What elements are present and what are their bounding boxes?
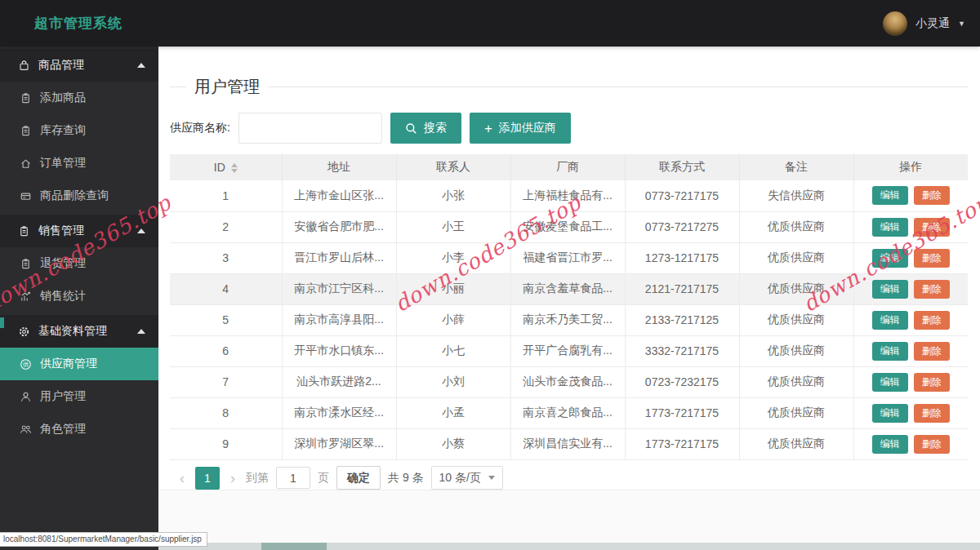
- page-size-select[interactable]: 10 条/页: [431, 466, 503, 490]
- card-icon: [20, 190, 32, 202]
- current-page-button[interactable]: 1: [195, 467, 220, 490]
- cell-vendor: 开平广合腐乳有...: [510, 335, 625, 366]
- delete-button[interactable]: 删除: [914, 342, 950, 361]
- sidebar-item-supplier-mgmt[interactable]: 供 供应商管理: [0, 348, 158, 380]
- edit-button[interactable]: 编辑: [872, 218, 908, 237]
- cell-id: 8: [170, 397, 282, 428]
- col-header-id: ID: [170, 154, 282, 180]
- sidebar-group-basic-data-mgmt[interactable]: 基础资料管理: [0, 315, 158, 348]
- table-row: 8 南京市溧水区经... 小孟 南京喜之郎食品... 1773-7217175 …: [170, 397, 968, 428]
- delete-button[interactable]: 删除: [914, 404, 950, 423]
- clipboard-icon: [18, 225, 30, 237]
- supplier-badge-icon: 供: [20, 358, 32, 370]
- search-button[interactable]: 搜索: [390, 113, 461, 144]
- edit-button[interactable]: 编辑: [872, 186, 908, 205]
- delete-button[interactable]: 删除: [914, 249, 950, 268]
- cell-contact: 小王: [396, 211, 510, 242]
- sidebar-item-returns-mgmt[interactable]: 退货管理: [0, 247, 158, 280]
- sort-icon[interactable]: [231, 163, 238, 173]
- user-menu[interactable]: 小灵通 ▼: [883, 11, 965, 36]
- edit-button[interactable]: 编辑: [872, 435, 908, 454]
- table-row: 9 深圳市罗湖区翠... 小蔡 深圳昌信实业有... 1773-7217175 …: [170, 428, 968, 459]
- cell-id: 6: [170, 335, 282, 366]
- delete-button[interactable]: 删除: [914, 373, 950, 392]
- active-indicator-sliver: [0, 317, 4, 328]
- confirm-page-button[interactable]: 确定: [336, 466, 381, 490]
- sidebar-item-user-mgmt[interactable]: 用户管理: [0, 380, 158, 413]
- cell-note: 失信供应商: [739, 180, 853, 211]
- table-row: 5 南京市高淳县阳... 小薛 南京禾乃美工贸... 2133-7217125 …: [170, 304, 968, 335]
- delete-button[interactable]: 删除: [914, 218, 950, 237]
- cell-id: 2: [170, 211, 282, 242]
- supplier-name-input[interactable]: [238, 113, 382, 144]
- chevron-down-icon: ▼: [958, 20, 965, 28]
- next-page-icon[interactable]: ›: [227, 471, 238, 486]
- edit-button[interactable]: 编辑: [872, 311, 908, 330]
- sidebar-item-role-mgmt[interactable]: 角色管理: [0, 413, 158, 446]
- clipboard-icon: [20, 258, 32, 270]
- cell-id: 9: [170, 428, 282, 459]
- cell-contact: 小李: [396, 242, 510, 273]
- cell-phone: 0723-7232175: [625, 366, 739, 397]
- cell-contact: 小张: [396, 180, 510, 211]
- sidebar-group-sales-mgmt[interactable]: 销售管理: [0, 215, 158, 247]
- clipboard-icon: [20, 125, 32, 137]
- total-count: 共 9 条: [388, 471, 424, 486]
- cell-vendor: 福建省晋江市罗...: [510, 242, 625, 273]
- col-header-phone: 联系方式: [625, 154, 739, 180]
- sidebar: 商品管理 添加商品 库存查询 订单管理 商品删除查询 销售管理 退货管理: [0, 47, 158, 550]
- page-title-block: 用户管理: [170, 77, 969, 96]
- cell-contact: 小蔡: [396, 428, 510, 459]
- edit-button[interactable]: 编辑: [872, 373, 908, 392]
- edit-button[interactable]: 编辑: [872, 342, 908, 361]
- delete-button[interactable]: 删除: [914, 311, 950, 330]
- delete-button[interactable]: 删除: [914, 280, 950, 299]
- sidebar-item-inventory-query[interactable]: 库存查询: [0, 114, 158, 147]
- cell-actions: 编辑删除: [853, 428, 968, 459]
- col-header-address: 地址: [282, 154, 396, 180]
- prev-page-icon[interactable]: ‹: [176, 471, 188, 486]
- gear-icon: [18, 326, 30, 338]
- cell-contact: 小孟: [396, 397, 510, 428]
- edit-button[interactable]: 编辑: [872, 249, 908, 268]
- cell-id: 1: [170, 180, 282, 211]
- cell-actions: 编辑删除: [853, 335, 968, 366]
- edit-button[interactable]: 编辑: [872, 280, 908, 299]
- table-row: 6 开平市水口镇东... 小七 开平广合腐乳有... 3332-7217175 …: [170, 335, 968, 366]
- edit-button[interactable]: 编辑: [872, 404, 908, 423]
- cell-actions: 编辑删除: [853, 242, 968, 273]
- top-navbar: 超市管理系统 小灵通 ▼: [0, 0, 980, 47]
- horizontal-scrollbar[interactable]: [158, 543, 980, 550]
- cell-id: 5: [170, 304, 282, 335]
- search-icon: [405, 122, 417, 135]
- cell-vendor: 南京喜之郎食品...: [510, 397, 625, 428]
- avatar[interactable]: [883, 11, 907, 36]
- cell-phone: 2133-7217125: [625, 304, 739, 335]
- delete-button[interactable]: 删除: [914, 186, 950, 205]
- sidebar-item-product-delete-query[interactable]: 商品删除查询: [0, 180, 158, 212]
- supplier-table: ID 地址 联系人 厂商 联系方式 备注 操作 1 上海市金山区张... 小张: [170, 154, 968, 460]
- cell-id: 3: [170, 242, 282, 273]
- goto-page-input[interactable]: [276, 467, 310, 489]
- cell-contact: 小七: [396, 335, 510, 366]
- cell-address: 南京市溧水区经...: [282, 397, 396, 428]
- page-title: 用户管理: [186, 78, 268, 95]
- scrollbar-thumb[interactable]: [261, 543, 327, 550]
- sidebar-item-order-mgmt[interactable]: 订单管理: [0, 147, 158, 180]
- cell-actions: 编辑删除: [853, 180, 968, 211]
- cell-address: 上海市金山区张...: [282, 180, 396, 211]
- sidebar-item-add-product[interactable]: 添加商品: [0, 82, 158, 114]
- cell-address: 晋江市罗山后林...: [282, 242, 396, 273]
- cell-contact: 小刘: [396, 366, 510, 397]
- status-bar: localhost:8081/SupermarketManager/basic/…: [0, 532, 207, 547]
- delete-button[interactable]: 删除: [914, 435, 950, 454]
- sidebar-group-product-mgmt[interactable]: 商品管理: [0, 49, 158, 82]
- collapse-arrow-icon: [137, 63, 145, 68]
- cell-vendor: 南京禾乃美工贸...: [510, 304, 625, 335]
- table-row: 3 晋江市罗山后林... 小李 福建省晋江市罗... 1273-1217175 …: [170, 242, 968, 273]
- supplier-name-label: 供应商名称:: [170, 121, 230, 135]
- cell-actions: 编辑删除: [853, 211, 968, 242]
- add-supplier-button[interactable]: + 添加供应商: [470, 113, 571, 144]
- sidebar-item-sales-stats[interactable]: 销售统计: [0, 280, 158, 313]
- table-row: 1 上海市金山区张... 小张 上海福桂食品有... 0773-7217175 …: [170, 180, 968, 211]
